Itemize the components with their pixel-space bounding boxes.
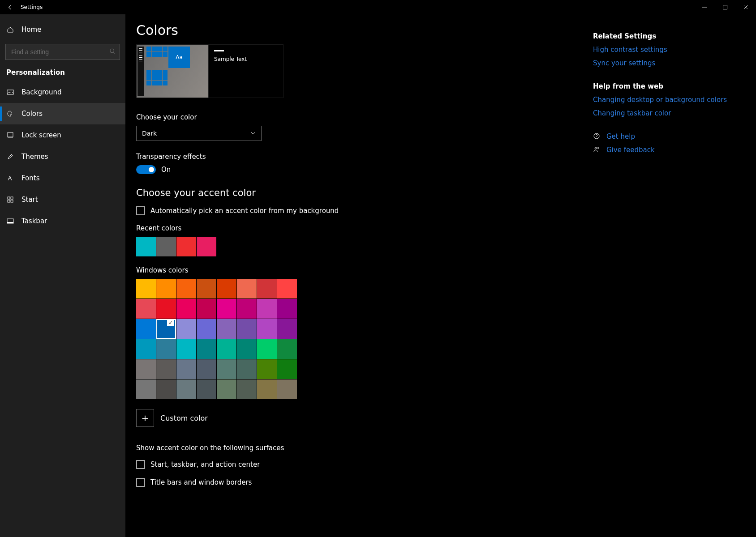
color-swatch[interactable] xyxy=(176,339,196,359)
surface-start-row[interactable]: Start, taskbar, and action center xyxy=(136,460,593,469)
checkbox[interactable] xyxy=(136,460,145,469)
search-input[interactable] xyxy=(5,44,120,60)
color-swatch[interactable] xyxy=(217,299,236,319)
color-swatch[interactable] xyxy=(257,319,277,339)
choose-color-label: Choose your color xyxy=(136,113,593,121)
custom-color-label: Custom color xyxy=(160,414,208,422)
color-swatch[interactable] xyxy=(176,359,196,379)
sidebar-item-background[interactable]: Background xyxy=(0,81,125,103)
color-swatch[interactable] xyxy=(277,319,297,339)
color-swatch[interactable] xyxy=(197,379,216,399)
transparency-toggle[interactable] xyxy=(136,165,156,174)
color-swatch[interactable] xyxy=(176,299,196,319)
recent-colors-label: Recent colors xyxy=(136,224,593,232)
sidebar-item-lockscreen[interactable]: Lock screen xyxy=(0,124,125,146)
color-swatch[interactable] xyxy=(176,379,196,399)
color-swatch[interactable] xyxy=(156,279,176,298)
color-swatch[interactable] xyxy=(176,319,196,339)
back-button[interactable] xyxy=(0,0,21,14)
get-help-row[interactable]: Get help xyxy=(593,132,745,141)
color-swatch[interactable] xyxy=(277,359,297,379)
sidebar-item-colors[interactable]: Colors xyxy=(0,103,125,124)
color-swatch[interactable] xyxy=(257,379,277,399)
color-swatch[interactable] xyxy=(277,379,297,399)
sidebar-item-themes[interactable]: Themes xyxy=(0,146,125,167)
color-swatch[interactable] xyxy=(217,359,236,379)
svg-point-11 xyxy=(595,147,597,149)
color-swatch[interactable] xyxy=(277,299,297,319)
svg-rect-4 xyxy=(8,197,10,199)
color-swatch[interactable] xyxy=(156,339,176,359)
link-high-contrast[interactable]: High contrast settings xyxy=(593,46,745,54)
color-swatch[interactable] xyxy=(237,299,257,319)
link-change-taskbar[interactable]: Changing taskbar color xyxy=(593,109,745,117)
give-feedback-label: Give feedback xyxy=(606,146,655,154)
color-swatch[interactable] xyxy=(237,379,257,399)
color-swatch[interactable] xyxy=(277,339,297,359)
color-swatch[interactable] xyxy=(136,379,156,399)
color-swatch[interactable] xyxy=(257,359,277,379)
color-swatch[interactable] xyxy=(217,339,236,359)
color-swatch[interactable] xyxy=(237,359,257,379)
checkbox[interactable] xyxy=(136,478,145,487)
auto-pick-checkbox-row[interactable]: Automatically pick an accent color from … xyxy=(136,206,593,215)
color-swatch[interactable] xyxy=(237,339,257,359)
color-swatch[interactable] xyxy=(197,279,216,298)
get-help-label: Get help xyxy=(606,132,635,141)
color-swatch[interactable] xyxy=(217,279,236,298)
color-swatch[interactable] xyxy=(136,237,156,256)
sidebar-item-label: Taskbar xyxy=(21,217,47,225)
color-swatch[interactable] xyxy=(197,299,216,319)
color-swatch[interactable] xyxy=(156,299,176,319)
color-swatch[interactable] xyxy=(257,339,277,359)
color-swatch[interactable] xyxy=(197,319,216,339)
color-swatch[interactable] xyxy=(136,299,156,319)
give-feedback-row[interactable]: Give feedback xyxy=(593,146,745,154)
sidebar-item-label: Lock screen xyxy=(21,131,61,139)
color-swatch[interactable] xyxy=(176,237,196,256)
maximize-button[interactable] xyxy=(715,0,735,14)
help-heading: Help from the web xyxy=(593,82,745,90)
color-swatch[interactable] xyxy=(156,319,176,339)
color-swatch[interactable] xyxy=(136,339,156,359)
toggle-state: On xyxy=(161,166,171,174)
color-mode-dropdown[interactable]: Dark xyxy=(136,126,262,141)
color-swatch[interactable] xyxy=(197,237,216,256)
chevron-down-icon xyxy=(250,131,256,136)
color-swatch[interactable] xyxy=(176,279,196,298)
color-swatch[interactable] xyxy=(197,359,216,379)
search-icon xyxy=(109,48,116,56)
custom-color-button[interactable]: + xyxy=(136,409,154,427)
surface-titlebars-row[interactable]: Title bars and window borders xyxy=(136,478,593,487)
sidebar-item-home[interactable]: Home xyxy=(0,19,125,40)
surface-titlebars-label: Title bars and window borders xyxy=(150,478,252,486)
minimize-button[interactable] xyxy=(694,0,715,14)
sidebar-item-fonts[interactable]: Fonts xyxy=(0,167,125,189)
close-button[interactable] xyxy=(735,0,756,14)
color-swatch[interactable] xyxy=(136,319,156,339)
color-swatch[interactable] xyxy=(197,339,216,359)
sidebar-item-taskbar[interactable]: Taskbar xyxy=(0,210,125,232)
link-change-bg[interactable]: Changing desktop or background colors xyxy=(593,96,745,104)
color-swatch[interactable] xyxy=(136,359,156,379)
color-swatch[interactable] xyxy=(156,379,176,399)
color-swatch[interactable] xyxy=(237,279,257,298)
color-swatch[interactable] xyxy=(257,279,277,298)
color-swatch[interactable] xyxy=(156,237,176,256)
checkbox[interactable] xyxy=(136,206,145,215)
color-swatch[interactable] xyxy=(136,279,156,298)
sidebar-item-label: Start xyxy=(21,196,38,204)
sidebar-item-label: Background xyxy=(21,88,62,96)
link-sync-settings[interactable]: Sync your settings xyxy=(593,59,745,67)
color-swatch[interactable] xyxy=(237,319,257,339)
svg-rect-0 xyxy=(723,5,727,9)
sidebar-item-start[interactable]: Start xyxy=(0,189,125,210)
color-swatch[interactable] xyxy=(156,359,176,379)
preview-sample-text: Sample Text xyxy=(214,56,278,62)
auto-pick-label: Automatically pick an accent color from … xyxy=(150,207,339,215)
color-swatch[interactable] xyxy=(217,319,236,339)
color-swatch[interactable] xyxy=(277,279,297,298)
font-icon xyxy=(6,174,14,182)
color-swatch[interactable] xyxy=(257,299,277,319)
color-swatch[interactable] xyxy=(217,379,236,399)
